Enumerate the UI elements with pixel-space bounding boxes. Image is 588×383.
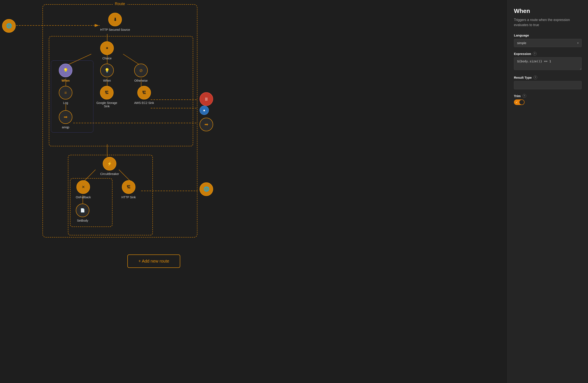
node-label-otherwise: Otherwise — [134, 79, 147, 82]
expression-input[interactable]: ${body.size()} == 1 — [514, 57, 582, 70]
node-circle-amqp: ➡ — [59, 110, 72, 124]
globe-icon: 🌐 — [6, 23, 12, 29]
node-circle-on-fallback: ✕ — [76, 180, 90, 194]
node-circle-circuit-breaker: ⚡ — [103, 157, 116, 171]
node-amqp[interactable]: ➡ amqp — [59, 110, 72, 129]
node-circle-set-body: 📄 — [76, 204, 89, 217]
panel-label-trim: Trim ? — [514, 94, 582, 98]
panel-field-result-type: Result Type ? — [514, 76, 582, 89]
result-type-input[interactable] — [514, 81, 582, 89]
node-label-when2: When — [103, 79, 111, 82]
node-circle-when2: 💡 — [100, 64, 114, 77]
node-otherwise[interactable]: ⊘ Otherwise — [134, 64, 148, 82]
panel-field-language: Language simple groovy javascript jq jso… — [514, 34, 582, 47]
node-google-storage[interactable]: 🏗 Google Storage Sink — [95, 86, 118, 108]
node-circle-http-sink: 🏗 — [122, 180, 135, 194]
node-circle-google-storage: 🏗 — [100, 86, 114, 99]
node-circle-when1: 💡 — [59, 64, 72, 77]
node-http-sink[interactable]: 🏗 HTTP Sink — [121, 180, 136, 199]
trim-check-icon: ✓ — [516, 101, 518, 104]
node-label-amqp: amqp — [62, 126, 69, 129]
node-right-blue[interactable]: ● — [200, 106, 209, 115]
panel-field-expression: Expression ? ${body.size()} == 1 — [514, 52, 582, 71]
node-label-http-sink: HTTP Sink — [121, 195, 136, 199]
panel-label-language: Language — [514, 34, 582, 37]
node-label-aws-ec2: AWS EC2 Sink — [134, 101, 154, 105]
node-right-globe[interactable]: 🌐 — [200, 182, 213, 196]
node-label-circuit-breaker: CircuitBreaker — [100, 172, 119, 176]
canvas: 🌐 Route ⬇ HTTP Secured Source ✦ Choice 💡… — [0, 0, 507, 383]
node-circle-log: ≡ — [59, 86, 72, 99]
node-circle-globe-source: 🌐 — [2, 19, 16, 33]
node-globe-source[interactable]: 🌐 — [2, 19, 16, 33]
node-set-body[interactable]: 📄 SetBody — [76, 204, 89, 222]
node-aws-ec2[interactable]: 🏗 AWS EC2 Sink — [134, 86, 154, 105]
node-circle-right-arrow: ➡ — [200, 118, 213, 131]
node-right-bars[interactable]: ||| — [200, 92, 213, 106]
trim-toggle-row: ✓ — [514, 99, 582, 105]
add-route-button[interactable]: + Add new route — [127, 254, 180, 268]
node-circle-right-globe: 🌐 — [200, 182, 213, 196]
panel-label-result-type: Result Type ? — [514, 76, 582, 79]
node-circle-right-bars: ||| — [200, 92, 213, 106]
node-circle-right-blue: ● — [200, 106, 209, 115]
node-label-log: Log — [63, 101, 68, 105]
node-http-source[interactable]: ⬇ HTTP Secured Source — [100, 13, 130, 31]
node-circle-otherwise: ⊘ — [134, 64, 148, 77]
right-panel: When Triggers a route when the expressio… — [507, 0, 588, 383]
node-circle-aws-ec2: 🏗 — [137, 86, 151, 99]
node-label-when1: When — [62, 79, 70, 82]
panel-description: Triggers a route when the expression eva… — [514, 17, 582, 28]
result-type-help-icon[interactable]: ? — [533, 76, 537, 79]
language-select[interactable]: simple groovy javascript jq jsonpath — [514, 39, 582, 47]
node-label-on-fallback: OnFallback — [76, 195, 91, 199]
panel-field-trim: Trim ? ✓ — [514, 94, 582, 105]
node-when1[interactable]: 💡 When — [59, 64, 72, 82]
node-when2[interactable]: 💡 When — [100, 64, 114, 82]
node-circuit-breaker[interactable]: ⚡ CircuitBreaker — [100, 157, 119, 176]
node-label-choice: Choice — [102, 57, 112, 60]
expression-help-icon[interactable]: ? — [533, 52, 537, 56]
node-right-arrow[interactable]: ➡ — [200, 118, 213, 131]
node-label-set-body: SetBody — [77, 219, 88, 222]
node-circle-choice: ✦ — [100, 41, 114, 55]
trim-slider: ✓ — [514, 99, 525, 105]
node-log[interactable]: ≡ Log — [59, 86, 72, 105]
node-label-http-source: HTTP Secured Source — [100, 28, 130, 31]
trim-help-icon[interactable]: ? — [523, 94, 526, 98]
node-circle-http-source: ⬇ — [108, 13, 122, 26]
route-title: Route — [113, 2, 127, 6]
node-on-fallback[interactable]: ✕ OnFallback — [76, 180, 91, 199]
panel-label-expression: Expression ? — [514, 52, 582, 56]
panel-title: When — [514, 8, 582, 14]
trim-toggle[interactable]: ✓ — [514, 99, 525, 105]
node-choice[interactable]: ✦ Choice — [100, 41, 114, 60]
node-label-google-storage: Google Storage Sink — [95, 101, 118, 108]
language-select-wrapper: simple groovy javascript jq jsonpath — [514, 39, 582, 47]
